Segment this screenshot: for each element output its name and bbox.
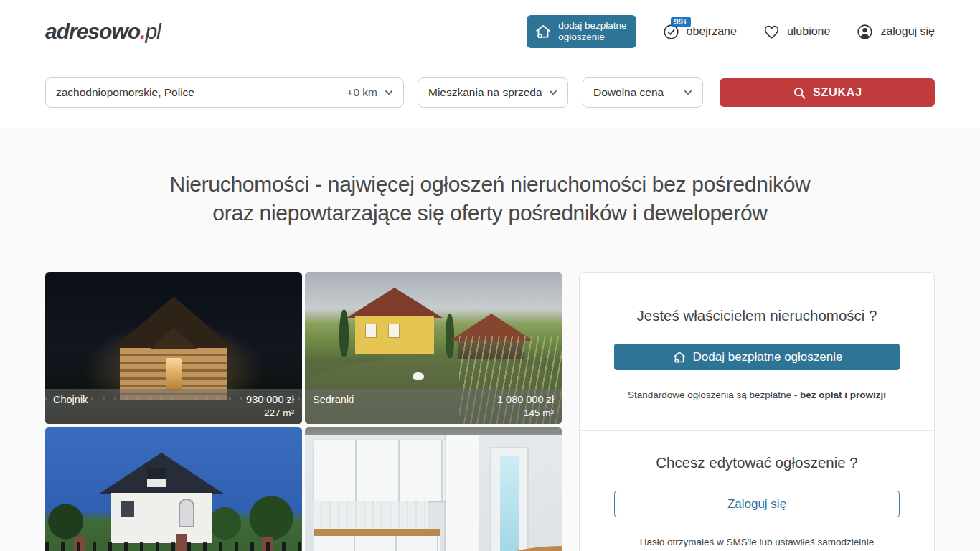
listing-photo-white-house	[45, 427, 302, 551]
nav-item-label: obejrzane	[687, 25, 737, 38]
search-bar: zachodniopomorskie, Police +0 km Mieszka…	[0, 63, 980, 128]
house-plus-icon	[672, 349, 687, 365]
nav-item-label: ulubione	[787, 25, 831, 38]
owner-panel: Jesteś właścicielem nieruchomości ? Doda…	[579, 272, 935, 551]
add-listing-button[interactable]: dodaj bezpłatne ogłoszenie	[527, 15, 636, 48]
heart-icon	[763, 23, 781, 41]
page-title: Nieruchomości - najwięcej ogłoszeń nieru…	[0, 170, 980, 227]
hero-section: Nieruchomości - najwięcej ogłoszeń nieru…	[0, 170, 980, 227]
category-value: Mieszkania na sprzedaż	[428, 86, 542, 99]
search-button[interactable]: SZUKAJ	[720, 78, 935, 107]
owner-section-title: Jesteś właścicielem nieruchomości ?	[614, 307, 900, 324]
edit-note: Hasło otrzymałeś w SMS'ie lub ustawiłeś …	[614, 537, 900, 547]
search-button-label: SZUKAJ	[813, 86, 862, 99]
user-icon	[856, 23, 874, 41]
listing-area: 227 m²	[53, 408, 294, 418]
house-plus-icon	[534, 22, 552, 41]
main-content: Chojnik 930 000 zł 227 m² Sedranki 1 080…	[0, 272, 980, 551]
nav-item-favorites[interactable]: ulubione	[763, 23, 831, 41]
listing-name: Sedranki	[313, 394, 354, 405]
listing-card[interactable]: Zegocie Podskale, ul. 1 055 000 zł	[45, 427, 302, 551]
site-logo[interactable]: adresowo.pl	[45, 19, 161, 44]
search-icon	[792, 85, 807, 100]
listings-grid: Chojnik 930 000 zł 227 m² Sedranki 1 080…	[45, 272, 562, 551]
add-listing-label: dodaj bezpłatne ogłoszenie	[558, 20, 626, 43]
location-input[interactable]: zachodniopomorskie, Police +0 km	[45, 77, 404, 108]
listing-overlay: Sedranki 1 080 000 zł 145 m²	[305, 389, 562, 424]
chevron-down-icon	[547, 87, 559, 98]
owner-section: Jesteś właścicielem nieruchomości ? Doda…	[580, 273, 934, 430]
edit-section-title: Chcesz edytować ogłoszenie ?	[614, 454, 900, 471]
price-select[interactable]: Dowolna cena	[583, 77, 703, 108]
header: adresowo.pl dodaj bezpłatne ogłoszenie	[0, 0, 980, 63]
category-select[interactable]: Mieszkania na sprzedaż	[418, 77, 568, 108]
logo-text: adresowo	[45, 19, 140, 43]
edit-section: Chcesz edytować ogłoszenie ? Zaloguj się…	[580, 430, 934, 551]
viewed-count-badge: 99+	[671, 17, 692, 27]
price-value: Dowolna cena	[593, 86, 664, 99]
location-value: zachodniopomorskie, Police	[56, 86, 194, 99]
check-circle-icon: 99+	[662, 23, 680, 41]
listing-overlay: Chojnik 930 000 zł 227 m²	[45, 389, 302, 424]
listing-card[interactable]: Warszawa Wola, ul. 950 000 zł	[305, 427, 562, 551]
listing-area: 145 m²	[313, 408, 554, 418]
listing-photo-kitchen	[305, 427, 562, 551]
listing-price: 1 080 000 zł	[497, 394, 554, 405]
header-actions: dodaj bezpłatne ogłoszenie 99+ obejrzane…	[527, 15, 935, 48]
listing-name: Chojnik	[53, 394, 88, 405]
radius-value: +0 km	[347, 86, 377, 99]
login-button-label: Zaloguj się	[727, 497, 786, 512]
listing-price: 930 000 zł	[246, 394, 294, 405]
listing-card[interactable]: Chojnik 930 000 zł 227 m²	[45, 272, 302, 424]
chevron-down-icon	[682, 87, 694, 98]
login-button[interactable]: Zaloguj się	[614, 491, 900, 517]
listing-card[interactable]: Sedranki 1 080 000 zł 145 m²	[305, 272, 562, 424]
add-free-listing-button[interactable]: Dodaj bezpłatne ogłoszenie	[614, 344, 900, 370]
owner-note: Standardowe ogłoszenia są bezpłatne - be…	[614, 390, 900, 400]
nav-item-viewed[interactable]: 99+ obejrzane	[662, 23, 737, 41]
chevron-down-icon	[383, 87, 395, 98]
add-free-listing-label: Dodaj bezpłatne ogłoszenie	[693, 350, 843, 364]
logo-tld: pl	[145, 19, 160, 43]
nav-item-label: zaloguj się	[880, 25, 935, 38]
nav-item-login[interactable]: zaloguj się	[856, 23, 935, 41]
